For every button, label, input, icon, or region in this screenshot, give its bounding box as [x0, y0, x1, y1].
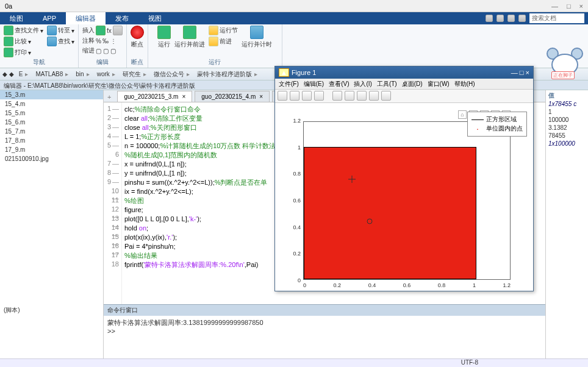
- figure-titlebar[interactable]: ▲Figure 1 — □ ×: [275, 66, 533, 79]
- breakpoints-button[interactable]: 断点: [131, 26, 144, 49]
- file-item[interactable]: 15_6.m: [0, 118, 103, 127]
- qa-icon-1[interactable]: [486, 15, 493, 22]
- fig-menu-file[interactable]: 文件(F): [279, 80, 299, 88]
- advance-button[interactable]: 前进: [209, 37, 238, 46]
- close-button[interactable]: ×: [579, 2, 583, 10]
- tool-open-icon[interactable]: [290, 91, 299, 101]
- figure-window[interactable]: ▲Figure 1 — □ × 文件(F) 编辑(E) 查看(V) 插入(I) …: [274, 66, 534, 291]
- goto-button[interactable]: 转至▾: [47, 26, 74, 35]
- editor-tab-active[interactable]: guo_20230215_3.m×: [117, 91, 192, 102]
- var-value[interactable]: 100000: [548, 116, 586, 124]
- fig-close-button[interactable]: ×: [526, 69, 529, 76]
- tool-new-icon[interactable]: [278, 91, 287, 101]
- app-titlebar: 0a — □ ×: [0, 0, 588, 12]
- fig-menu-window[interactable]: 窗口(W): [428, 80, 450, 88]
- tab-plot[interactable]: 绘图: [0, 12, 33, 24]
- var-value[interactable]: 1x100000: [548, 140, 586, 148]
- path-drive[interactable]: E: [16, 69, 31, 79]
- file-item[interactable]: 15_4.m: [0, 99, 103, 109]
- fig-menu-help[interactable]: 帮助(H): [454, 80, 475, 88]
- figure-icon: ▲: [279, 68, 289, 77]
- path-p1[interactable]: MATLAB8: [33, 69, 71, 79]
- indent-button[interactable]: 缩进 ▢ ▢ ▢: [82, 46, 123, 55]
- command-output: 蒙特卡洛算法求解圆周率:3.13819999999999987850: [107, 318, 542, 327]
- window-controls: — □ ×: [551, 2, 583, 10]
- command-window[interactable]: 蒙特卡洛算法求解圆周率:3.13819999999999987850 >>: [104, 316, 545, 358]
- run-section-button[interactable]: 运行节: [209, 26, 238, 35]
- app-title: 0a: [5, 2, 12, 10]
- find-files-button[interactable]: 查找文件▾: [4, 26, 43, 35]
- plot-area: [303, 121, 511, 280]
- path-p4[interactable]: 研究生: [120, 69, 149, 80]
- path-p2[interactable]: bin: [73, 69, 91, 79]
- figure-toolbar: [275, 90, 533, 103]
- fig-maximize-button[interactable]: □: [520, 69, 524, 76]
- command-window-title: 命令行窗口: [104, 304, 545, 316]
- qa-icon-2[interactable]: [497, 15, 504, 22]
- path-p6[interactable]: 蒙特卡洛程序进阶版: [195, 69, 260, 80]
- legend-item-2: 单位圆内的点: [486, 124, 523, 133]
- file-item[interactable]: 15_5.m: [0, 109, 103, 118]
- fig-menu-insert[interactable]: 插入(I): [354, 80, 371, 88]
- axes[interactable]: ⌂ ▤ ◧ ⌖ ⟳ 00.20.4 0.60.81 1.2: [303, 121, 511, 280]
- minimize-button[interactable]: —: [551, 2, 558, 10]
- file-item[interactable]: 0215100910.jpg: [0, 154, 103, 163]
- y-axis-ticks: 00.20.4 0.60.81 1.2: [289, 118, 301, 283]
- file-item[interactable]: 17_8.m: [0, 136, 103, 145]
- tool-arrow-icon[interactable]: [332, 91, 342, 101]
- var-value[interactable]: 3.1382: [548, 124, 586, 132]
- file-item[interactable]: 15_7.m: [0, 127, 103, 136]
- help-icon[interactable]: [518, 15, 526, 22]
- tool-datatip-icon[interactable]: [357, 91, 367, 101]
- x-axis-ticks: 00.20.4 0.60.81 1.2: [303, 282, 511, 288]
- fig-minimize-button[interactable]: —: [511, 69, 518, 76]
- fig-menu-edit[interactable]: 编辑(E): [304, 80, 324, 88]
- tab-editor[interactable]: 编辑器: [66, 12, 106, 24]
- comment-button[interactable]: 注释 % ‰ ⋮: [82, 37, 123, 45]
- tool-link-icon[interactable]: [369, 91, 379, 101]
- fig-menu-view[interactable]: 查看(V): [329, 80, 349, 88]
- compare-button[interactable]: 比较▾: [4, 37, 43, 46]
- group-edit-label: 编辑: [96, 58, 109, 66]
- var-value[interactable]: 1: [548, 108, 586, 116]
- tab-close-icon[interactable]: ×: [182, 93, 185, 100]
- mascot-character: 正在脚子: [547, 48, 583, 78]
- tab-add[interactable]: +: [104, 92, 115, 102]
- qa-icon-3[interactable]: [507, 15, 515, 22]
- tool-insert-icon[interactable]: [381, 91, 391, 101]
- run-button[interactable]: 运行: [157, 26, 171, 49]
- tab-view[interactable]: 视图: [138, 12, 171, 24]
- figure-body: ⌂ ▤ ◧ ⌖ ⟳ 00.20.4 0.60.81 1.2: [275, 103, 533, 291]
- fig-menu-tools[interactable]: 工具(T): [377, 80, 397, 88]
- path-p3[interactable]: work: [95, 69, 118, 79]
- legend[interactable]: 正方形区域 ·单位圆内的点: [467, 112, 527, 137]
- code-body[interactable]: clc;%清除命令行窗口命令 clear all;%清除工作区变量 close …: [122, 102, 279, 304]
- tab-close-icon[interactable]: ×: [259, 93, 263, 100]
- var-value[interactable]: 78455: [548, 132, 586, 140]
- path-p5[interactable]: 微信公众号: [151, 69, 192, 80]
- file-details: (脚本): [4, 306, 20, 315]
- run-advance-button[interactable]: 运行并前进: [174, 26, 205, 49]
- insert-button[interactable]: 插入 fx: [82, 26, 123, 35]
- legend-item-1: 正方形区域: [486, 115, 517, 124]
- find-button[interactable]: 查找▾: [47, 37, 74, 46]
- var-value[interactable]: 1x78455 c: [548, 100, 586, 108]
- hover-home-icon[interactable]: ⌂: [458, 110, 467, 119]
- maximize-button[interactable]: □: [567, 2, 571, 10]
- tab-app[interactable]: APP: [33, 12, 66, 24]
- tool-rotate-icon[interactable]: [345, 91, 354, 101]
- tool-save-icon[interactable]: [302, 91, 312, 101]
- command-prompt[interactable]: >>: [107, 327, 542, 335]
- workspace-header: 值: [548, 91, 586, 100]
- editor-tab[interactable]: guo_20230215_4.m×: [195, 91, 270, 102]
- search-docs-input[interactable]: 搜索文档: [529, 13, 584, 23]
- tab-publish[interactable]: 发布: [106, 12, 138, 24]
- tool-print-icon[interactable]: [314, 91, 324, 101]
- ribbon: 查找文件▾ 比较▾ 打印▾ 转至▾ 查找▾ 导航 插入 fx 注释 % ‰ ⋮ …: [0, 24, 588, 68]
- fig-menu-desktop[interactable]: 桌面(D): [402, 80, 423, 88]
- file-item[interactable]: 15_3.m: [0, 90, 103, 99]
- print-button[interactable]: 打印▾: [4, 48, 43, 57]
- run-time-button[interactable]: 运行并计时: [242, 26, 272, 49]
- plot-markers: [304, 122, 511, 280]
- file-item[interactable]: 17_9.m: [0, 145, 103, 154]
